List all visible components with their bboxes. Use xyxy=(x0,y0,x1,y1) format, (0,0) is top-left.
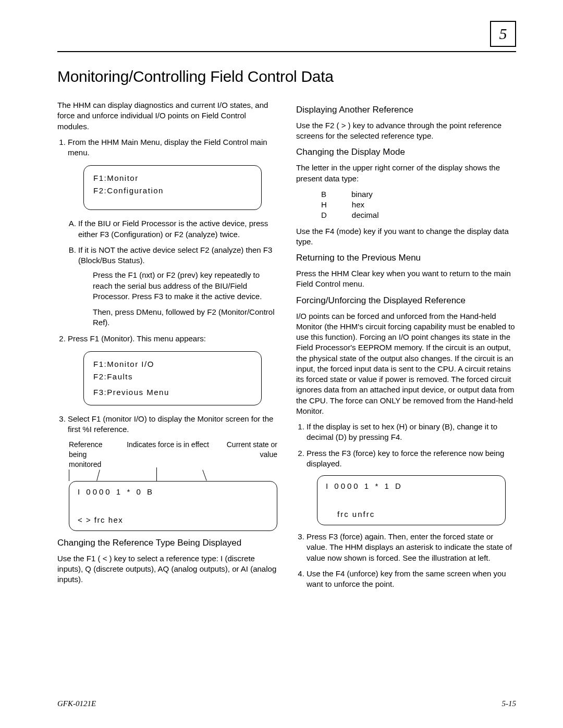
force-steps: If the display is set to hex (H) or bina… xyxy=(296,422,516,589)
mode-intro: The letter in the upper right corner of … xyxy=(296,163,516,184)
another-body: Use the F2 ( > ) key to advance through … xyxy=(296,120,516,142)
heading-display-mode: Changing the Display Mode xyxy=(296,146,516,158)
mode-val: binary xyxy=(351,189,373,200)
intro-paragraph: The HHM can display diagnostics and curr… xyxy=(57,100,277,132)
step-1: From the HHM Main Menu, display the Fiel… xyxy=(68,137,277,328)
lcd-line: F3:Previous Menu xyxy=(93,386,252,399)
main-steps: From the HHM Main Menu, display the Fiel… xyxy=(57,137,277,435)
return-body: Press the HHM Clear key when you want to… xyxy=(296,268,516,290)
step-3: Select F1 (monitor I/O) to display the M… xyxy=(68,414,277,435)
diag-label-current: Current state or value xyxy=(225,440,277,470)
page-title: Monitoring/Controlling Field Control Dat… xyxy=(57,68,516,85)
lcd-monitor-menu: F1:Monitor I/O F2:Faults F3:Previous Men… xyxy=(83,351,262,405)
heading-force: Forcing/Unforcing the Displayed Referenc… xyxy=(296,295,516,307)
chapter-number: 5 xyxy=(499,25,507,43)
lcd-line: F2:Configuration xyxy=(93,184,252,197)
lcd-force-row2: frc unfrc xyxy=(326,509,497,520)
chapter-number-box: 5 xyxy=(490,21,516,47)
force-step-2: Press the F3 (force) key to force the re… xyxy=(307,448,516,526)
footer-page-number: 5-15 xyxy=(502,699,517,708)
substeps-alpha: If the BIU or Field Processor is the act… xyxy=(68,218,277,328)
diag-label-reference: Reference being monitored xyxy=(69,440,111,470)
lcd-monitor-row2: < > frc hex xyxy=(78,515,268,525)
mode-table: Bbinary Hhex Ddecimal xyxy=(321,189,516,221)
force-body: I/O points can be forced and unforced fr… xyxy=(296,311,516,417)
lcd-force-row1: I 0000 1 * 1 D xyxy=(326,481,497,491)
substep-b-text: If it is NOT the active device select F2… xyxy=(78,245,272,265)
mode-key: H xyxy=(321,200,327,210)
force-step-4: Use the F4 (unforce) key from the same s… xyxy=(307,569,516,590)
heading-another-reference: Displaying Another Reference xyxy=(296,104,516,116)
two-column-layout: The HHM can display diagnostics and curr… xyxy=(57,100,516,595)
lcd-line: F1:Monitor xyxy=(93,172,252,184)
left-column: The HHM can display diagnostics and curr… xyxy=(57,100,277,595)
lcd-main-menu: F1:Monitor F2:Configuration xyxy=(83,165,262,210)
lcd-line: F2:Faults xyxy=(93,371,252,383)
page-footer: GFK-0121E 5-15 xyxy=(57,699,516,708)
force-step-2-text: Press the F3 (force) key to force the re… xyxy=(307,449,504,468)
substep-b-p1: Press the F1 (nxt) or F2 (prev) key repe… xyxy=(93,270,277,302)
step-3-text: Select F1 (monitor I/O) to display the M… xyxy=(68,414,273,434)
step-1-text: From the HHM Main Menu, display the Fiel… xyxy=(68,138,267,157)
substep-b-p2: Then, press DMenu, followed by F2 (Monit… xyxy=(93,307,277,328)
lcd-force-screen: I 0000 1 * 1 D frc unfrc xyxy=(317,475,506,525)
step-2-text: Press F1 (Monitor). This menu appears: xyxy=(68,334,206,343)
substep-a: If the BIU or Field Processor is the act… xyxy=(78,218,277,240)
mode-val: hex xyxy=(352,200,364,210)
right-column: Displaying Another Reference Use the F2 … xyxy=(296,100,516,595)
changing-type-body: Use the F1 ( < ) key to select a referen… xyxy=(57,553,277,585)
step-2: Press F1 (Monitor). This menu appears: F… xyxy=(68,334,277,405)
mode-val: decimal xyxy=(352,210,379,220)
mode-key: B xyxy=(321,189,326,200)
mode-key: D xyxy=(321,210,327,220)
lcd-monitor-screen: I 0000 1 * 0 B < > frc hex xyxy=(69,481,277,531)
diag-label-force: Indicates force is in effect xyxy=(111,440,225,470)
lcd-line: F1:Monitor I/O xyxy=(93,358,252,371)
force-step-3: Press F3 (force) again. Then, enter the … xyxy=(307,532,516,563)
diagram-pointer-lines xyxy=(69,473,277,482)
top-rule xyxy=(57,51,516,52)
heading-changing-type: Changing the Reference Type Being Displa… xyxy=(57,537,277,549)
heading-return: Returning to the Previous Menu xyxy=(296,252,516,264)
substep-b: If it is NOT the active device select F2… xyxy=(78,245,277,328)
mode-body2: Use the F4 (mode) key if you want to cha… xyxy=(296,226,516,248)
force-step-1: If the display is set to hex (H) or bina… xyxy=(307,422,516,443)
lcd-monitor-row1: I 0000 1 * 0 B xyxy=(78,487,268,497)
monitor-diagram: Reference being monitored Indicates forc… xyxy=(69,440,277,531)
footer-doc-id: GFK-0121E xyxy=(57,699,96,708)
